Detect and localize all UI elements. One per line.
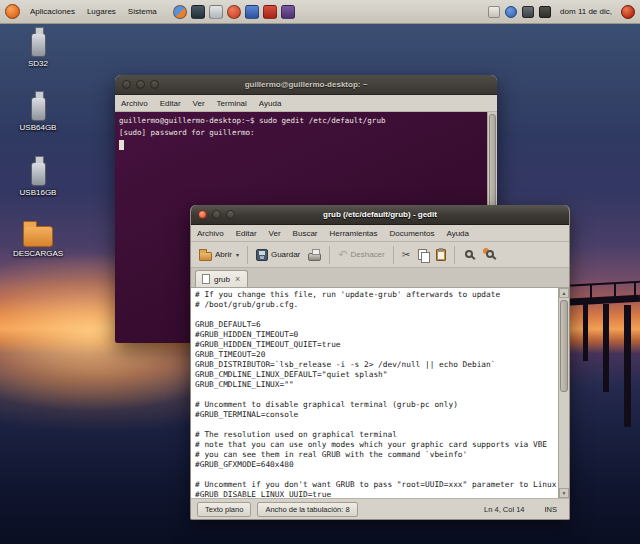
terminal-menu-item[interactable]: Ver [187,96,211,111]
tab-close-icon[interactable]: × [234,275,241,284]
panel-clock[interactable]: dom 11 de dic, [560,7,612,16]
gedit-menu-item[interactable]: Documentos [384,226,441,241]
folder-icon [23,226,53,247]
ubuntu-logo-icon[interactable] [5,4,20,19]
gedit-menu-item[interactable]: Ver [263,226,287,241]
terminal-line: [sudo] password for guillermo: [119,127,483,139]
open-button[interactable]: Abrir ▾ [195,247,243,263]
terminal-menu-item[interactable]: Editar [154,96,187,111]
chevron-down-icon[interactable]: ▾ [236,251,239,258]
code-line: #GRUB_TERMINAL=console [195,410,558,420]
cursor-position: Ln 4, Col 14 [484,505,524,514]
gedit-titlebar[interactable]: grub (/etc/default/grub) - gedit [191,205,569,225]
launcher-icon-4[interactable] [227,5,241,19]
terminal-cursor [119,140,124,150]
launcher-icon-2[interactable] [191,5,205,19]
code-line: # Uncomment to disable graphical termina… [195,400,558,410]
terminal-menu-item[interactable]: Archivo [115,96,154,111]
code-line [195,420,558,430]
top-panel: AplicacionesLugaresSistema dom 11 de dic… [0,0,640,24]
panel-menu-item[interactable]: Sistema [122,3,163,20]
desktop-icon-label: USB16GB [5,188,71,197]
tray-icon-1[interactable] [488,6,500,18]
code-line: # note that you can use only modes which… [195,440,558,450]
gedit-menu-item[interactable]: Buscar [287,226,324,241]
undo-button[interactable]: ↶ Deshacer [334,247,388,262]
pier-post [583,303,588,361]
gedit-menu-item[interactable]: Ayuda [440,226,475,241]
desktop-icon-sd32[interactable]: SD32 [5,26,71,68]
panel-menu-bar: AplicacionesLugaresSistema [24,3,163,20]
print-button[interactable] [304,246,325,263]
editor-scrollbar[interactable]: ▲ ▼ [558,288,569,498]
code-line [195,470,558,480]
tab-width-combo[interactable]: Ancho de la tabulación: 8 [257,502,357,517]
cut-button[interactable]: ✂ [398,248,414,262]
scroll-down-icon[interactable]: ▼ [559,488,569,498]
code-line: GRUB_TIMEOUT=20 [195,350,558,360]
panel-menu-item[interactable]: Lugares [81,3,122,20]
launcher-icon-7[interactable] [281,5,295,19]
network-icon[interactable] [522,6,534,18]
desktop-icon-label: DESCARGAS [5,249,71,258]
gedit-statusbar: Texto plano Ancho de la tabulación: 8 Ln… [191,498,569,520]
printer-icon [308,253,321,261]
save-button[interactable]: Guardar [252,247,304,263]
search-replace-icon [486,250,494,258]
toolbar-separator [454,246,455,264]
gedit-tabbar: grub × [191,268,569,288]
gedit-toolbar: Abrir ▾ Guardar ↶ Deshacer ✂ [191,242,569,268]
copy-button[interactable] [414,247,432,263]
tab-grub[interactable]: grub × [195,270,248,287]
paste-button[interactable] [432,247,450,263]
launcher-icon-6[interactable] [263,5,277,19]
gedit-window: grub (/etc/default/grub) - gedit Archivo… [190,205,570,520]
panel-launchers [173,5,295,19]
gedit-menu-item[interactable]: Archivo [191,226,230,241]
launcher-icon-1[interactable] [173,5,187,19]
document-icon [202,274,210,284]
terminal-titlebar[interactable]: guillermo@guillermo-desktop: ~ [115,75,497,95]
search-button[interactable] [459,246,480,264]
gedit-menu-item[interactable]: Herramientas [324,226,384,241]
terminal-menu-item[interactable]: Ayuda [253,96,288,111]
volume-icon[interactable] [539,6,551,18]
launcher-icon-5[interactable] [245,5,259,19]
search-replace-button[interactable] [480,246,501,264]
code-line: # you can see them in real GRUB with the… [195,450,558,460]
usb-drive-icon [31,97,46,121]
code-line: #GRUB_GFXMODE=640x480 [195,460,558,470]
desktop-icon-descargas[interactable]: DESCARGAS [5,216,71,258]
launcher-icon-3[interactable] [209,5,223,19]
terminal-menu-item[interactable]: Terminal [211,96,253,111]
tab-label: grub [214,275,230,284]
bluetooth-icon[interactable] [505,6,517,18]
gedit-menu-item[interactable]: Editar [230,226,263,241]
editor-scrollbar-thumb[interactable] [560,300,568,392]
paste-icon [436,249,446,261]
desktop-icon-usb64gb[interactable]: USB64GB [5,90,71,132]
open-folder-icon [199,252,212,261]
pier-rail-post [590,284,592,298]
search-icon [465,250,473,258]
scroll-up-icon[interactable]: ▲ [559,288,569,298]
desktop-icon-usb16gb[interactable]: USB16GB [5,155,71,197]
pier-post [603,304,609,392]
terminal-title: guillermo@guillermo-desktop: ~ [115,75,497,95]
desktop-icon-label: USB64GB [5,123,71,132]
undo-icon: ↶ [338,249,347,260]
save-button-label: Guardar [271,250,300,259]
copy-icon [418,249,428,261]
panel-menu-item[interactable]: Aplicaciones [24,3,81,20]
code-line: GRUB_DISTRIBUTOR=`lsb_release -i -s 2> /… [195,360,558,370]
open-button-label: Abrir [215,250,232,259]
session-power-icon[interactable] [621,5,635,19]
terminal-menubar: ArchivoEditarVerTerminalAyuda [115,95,497,112]
code-line: GRUB_CMDLINE_LINUX="" [195,380,558,390]
toolbar-separator [393,246,394,264]
doc-type-combo[interactable]: Texto plano [197,502,251,517]
desktop-icon-label: SD32 [5,59,71,68]
editor-area: # If you change this file, run 'update-g… [191,288,569,498]
code-line: #GRUB_HIDDEN_TIMEOUT=0 [195,330,558,340]
editor-text[interactable]: # If you change this file, run 'update-g… [191,288,558,498]
